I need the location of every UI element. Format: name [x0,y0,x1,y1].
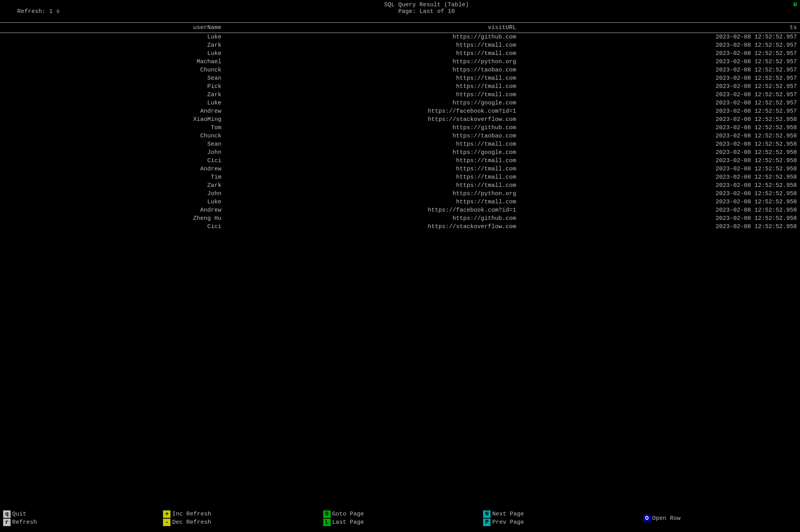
cell-visiturl: https://tmall.com [225,140,519,148]
cell-ts: 2023-02-08 12:52:52.957 [519,49,800,58]
cell-ts: 2023-02-08 12:52:52.957 [519,33,800,42]
table-row[interactable]: Chunckhttps://taobao.com2023-02-08 12:52… [0,66,800,74]
footer-section-1: q Quit r Refresh [0,505,160,532]
cell-username: Andrew [0,206,225,214]
table-body: Lukehttps://github.com2023-02-08 12:52:5… [0,33,800,231]
cell-visiturl: https://github.com [225,124,519,132]
last-page-label: Last Page [332,519,364,526]
cell-ts: 2023-02-08 12:52:52.958 [519,115,800,124]
cell-visiturl: https://tmall.com [225,181,519,190]
cell-username: Luke [0,49,225,58]
open-row-label: Open Row [652,515,681,522]
cell-visiturl: https://stackoverflow.com [225,223,519,231]
table-row[interactable]: Lukehttps://tmall.com2023-02-08 12:52:52… [0,49,800,58]
table-row[interactable]: Andrewhttps://facebook.com?id=12023-02-0… [0,107,800,115]
footer-item-last-page[interactable]: L Last Page [323,519,477,526]
cell-ts: 2023-02-08 12:52:52.958 [519,173,800,181]
cell-username: Chunck [0,66,225,74]
quit-label: Quit [12,511,26,517]
footer-section-3: G Goto Page L Last Page [320,505,480,532]
table-row[interactable]: Pickhttps://tmall.com2023-02-08 12:52:52… [0,82,800,91]
cell-ts: 2023-02-08 12:52:52.958 [519,165,800,173]
footer-section-4: N Next Page P Prev Page [480,505,640,532]
cell-username: Luke [0,33,225,42]
table-row[interactable]: Zarkhttps://tmall.com2023-02-08 12:52:52… [0,41,800,49]
table-row[interactable]: Machaelhttps://python.org2023-02-08 12:5… [0,58,800,66]
dec-refresh-label: Dec Refresh [172,519,211,526]
table-row[interactable]: Cicihttps://tmall.com2023-02-08 12:52:52… [0,157,800,165]
next-page-key: N [483,510,491,518]
table-row[interactable]: Seanhttps://tmall.com2023-02-08 12:52:52… [0,74,800,82]
cell-ts: 2023-02-08 12:52:52.957 [519,74,800,82]
footer-item-refresh[interactable]: r Refresh [3,519,157,526]
table-row[interactable]: Andrewhttps://facebook.com?id=12023-02-0… [0,206,800,214]
table-row[interactable]: XiaoMinghttps://stackoverflow.com2023-02… [0,115,800,124]
cell-visiturl: https://google.com [225,148,519,157]
table-row[interactable]: Johnhttps://python.org2023-02-08 12:52:5… [0,190,800,198]
cell-visiturl: https://facebook.com?id=1 [225,206,519,214]
column-header-username: userName [0,23,225,33]
footer-section-2: + Inc Refresh - Dec Refresh [160,505,320,532]
refresh-info: Refresh: 1 s [3,2,60,22]
cell-ts: 2023-02-08 12:52:52.958 [519,223,800,231]
table-row[interactable]: Lukehttps://tmall.com2023-02-08 12:52:52… [0,198,800,206]
table-row[interactable]: Tomhttps://github.com2023-02-08 12:52:52… [0,124,800,132]
footer-item-quit[interactable]: q Quit [3,510,157,518]
footer-item-prev-page[interactable]: P Prev Page [483,519,637,526]
title: SQL Query Result (Table) [60,2,793,8]
cell-username: Pick [0,82,225,91]
cell-visiturl: https://tmall.com [225,74,519,82]
cell-username: Zark [0,41,225,49]
table-container: userName visitURL ts Lukehttps://github.… [0,23,800,231]
cell-username: Luke [0,198,225,206]
footer-section-5: O Open Row [640,505,800,532]
inc-refresh-key: + [163,510,170,518]
table-row[interactable]: Lukehttps://google.com2023-02-08 12:52:5… [0,99,800,107]
cell-ts: 2023-02-08 12:52:52.958 [519,206,800,214]
cell-visiturl: https://taobao.com [225,132,519,140]
indicator: U [793,2,797,8]
table-row[interactable]: Lukehttps://github.com2023-02-08 12:52:5… [0,33,800,42]
table-row[interactable]: Zarkhttps://tmall.com2023-02-08 12:52:52… [0,181,800,190]
cell-visiturl: https://tmall.com [225,41,519,49]
cell-visiturl: https://tmall.com [225,91,519,99]
footer-item-open-row[interactable]: O Open Row [643,515,797,522]
column-header-ts: ts [519,23,800,33]
cell-ts: 2023-02-08 12:52:52.958 [519,157,800,165]
cell-ts: 2023-02-08 12:52:52.957 [519,41,800,49]
table-row[interactable]: Chunckhttps://taobao.com2023-02-08 12:52… [0,132,800,140]
cell-username: Sean [0,74,225,82]
cell-visiturl: https://taobao.com [225,66,519,74]
footer-item-inc-refresh[interactable]: + Inc Refresh [163,510,317,518]
cell-visiturl: https://tmall.com [225,173,519,181]
table-row[interactable]: Andrewhttps://tmall.com2023-02-08 12:52:… [0,165,800,173]
cell-username: Andrew [0,107,225,115]
cell-username: Sean [0,140,225,148]
column-header-visiturl: visitURL [225,23,519,33]
cell-username: Cici [0,157,225,165]
header: Refresh: 1 s SQL Query Result (Table) Pa… [0,0,800,23]
table-row[interactable]: Johnhttps://google.com2023-02-08 12:52:5… [0,148,800,157]
table-row[interactable]: Seanhttps://tmall.com2023-02-08 12:52:52… [0,140,800,148]
table-row[interactable]: Zheng Huhttps://github.com2023-02-08 12:… [0,214,800,223]
cell-ts: 2023-02-08 12:52:52.957 [519,66,800,74]
refresh-label: Refresh [12,519,37,526]
footer-item-goto-page[interactable]: G Goto Page [323,510,477,518]
cell-visiturl: https://stackoverflow.com [225,115,519,124]
cell-username: Machael [0,58,225,66]
table-row[interactable]: Timhttps://tmall.com2023-02-08 12:52:52.… [0,173,800,181]
cell-username: John [0,190,225,198]
goto-page-label: Goto Page [332,511,364,517]
refresh-key: r [3,519,11,526]
table-row[interactable]: Cicihttps://stackoverflow.com2023-02-08 … [0,223,800,231]
cell-ts: 2023-02-08 12:52:52.957 [519,107,800,115]
cell-visiturl: https://google.com [225,99,519,107]
table-row[interactable]: Zarkhttps://tmall.com2023-02-08 12:52:52… [0,91,800,99]
table-header-row: userName visitURL ts [0,23,800,33]
footer-item-next-page[interactable]: N Next Page [483,510,637,518]
dec-refresh-key: - [163,519,170,526]
footer-item-dec-refresh[interactable]: - Dec Refresh [163,519,317,526]
cell-ts: 2023-02-08 12:52:52.958 [519,181,800,190]
cell-visiturl: https://facebook.com?id=1 [225,107,519,115]
cell-visiturl: https://tmall.com [225,157,519,165]
